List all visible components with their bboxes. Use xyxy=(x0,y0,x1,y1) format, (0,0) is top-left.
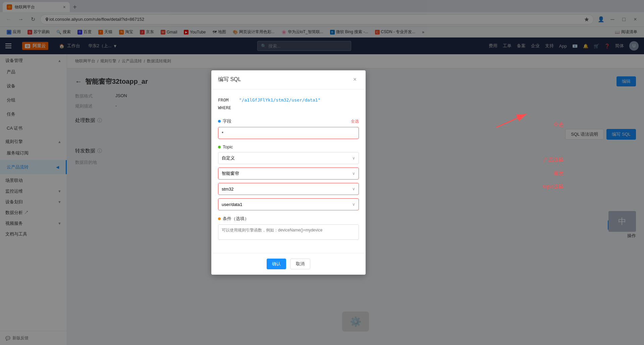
field-label-row: 字段 全选 xyxy=(218,118,359,124)
product-wrapper: 智能窗帘 ∨ xyxy=(218,167,359,180)
product-select[interactable]: 智能窗帘 ∨ xyxy=(218,167,359,180)
annotation-topic-select: topic选择 xyxy=(543,184,564,190)
condition-label-row: 条件（选填） xyxy=(218,216,359,222)
topic-label-row: Topic xyxy=(218,144,359,149)
topic-label-text: Topic xyxy=(223,144,233,149)
field-input[interactable] xyxy=(218,127,359,139)
topic-section: Topic 自定义 ∨ 智能窗帘 ∨ xyxy=(218,144,359,210)
topic-dot xyxy=(218,146,221,148)
field-label-text: 字段 xyxy=(223,118,231,124)
select-all-label[interactable]: 全选 xyxy=(351,119,359,124)
modal-body: FROM "/a1lGfJFlYk1/stm32/user/data1" WHE… xyxy=(211,89,366,253)
annotation-product-select: 产品选择 xyxy=(543,157,564,163)
cancel-button[interactable]: 取消 xyxy=(290,259,310,269)
device-select-value: stm32 xyxy=(222,187,233,192)
device-wrapper: stm32 ∨ xyxy=(218,183,359,195)
topic-type-select[interactable]: 自定义 ∨ xyxy=(218,152,359,164)
product-select-value: 智能窗帘 xyxy=(222,170,239,177)
sql-preview: FROM "/a1lGfJFlYk1/stm32/user/data1" WHE… xyxy=(218,96,359,112)
device-select-arrow: ∨ xyxy=(352,187,355,191)
annotation-device: 谁发 xyxy=(553,170,564,177)
field-section: 字段 全选 xyxy=(218,118,359,139)
condition-textarea[interactable] xyxy=(218,224,359,240)
topic-path-select[interactable]: user/data1 ∨ xyxy=(218,198,359,210)
topic-path-arrow: ∨ xyxy=(352,202,355,207)
topic-select-arrow: ∨ xyxy=(352,156,355,160)
sql-where-keyword: WHERE xyxy=(218,105,231,110)
topic-select-value: 自定义 xyxy=(222,155,235,161)
device-select[interactable]: stm32 ∨ xyxy=(218,183,359,195)
sql-modal: 编写 SQL × FROM "/a1lGfJFlYk1/stm32/user/d… xyxy=(211,70,366,275)
modal-header: 编写 SQL × xyxy=(211,70,366,89)
condition-section: 条件（选填） xyxy=(218,216,359,241)
product-select-arrow: ∨ xyxy=(352,171,355,176)
modal-overlay[interactable]: 编写 SQL × FROM "/a1lGfJFlYk1/stm32/user/d… xyxy=(0,0,644,345)
condition-dot xyxy=(218,217,221,220)
sql-from-keyword: FROM xyxy=(218,97,228,102)
modal-title: 编写 SQL xyxy=(218,76,241,83)
condition-label-text: 条件（选填） xyxy=(223,216,249,222)
confirm-button[interactable]: 确认 xyxy=(267,259,286,269)
topic-path-value: user/data1 xyxy=(222,202,242,207)
annotation-select-all: 全选 xyxy=(553,122,564,128)
topic-type-wrapper: 自定义 ∨ xyxy=(218,152,359,164)
modal-close-button[interactable]: × xyxy=(351,76,359,84)
modal-footer: 确认 取消 xyxy=(211,253,366,275)
sql-from-value: "/a1lGfJFlYk1/stm32/user/data1" xyxy=(239,97,321,102)
topic-path-wrapper: user/data1 ∨ xyxy=(218,198,359,210)
field-dot xyxy=(218,120,221,123)
